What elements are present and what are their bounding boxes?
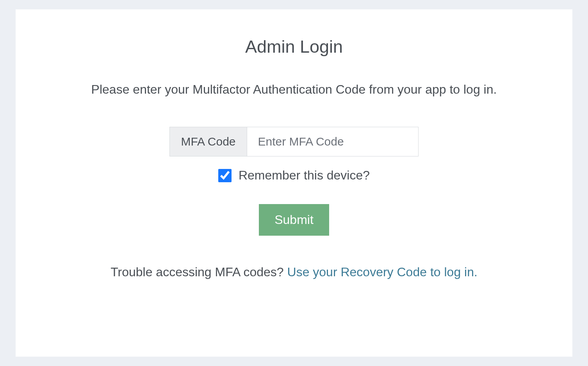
mfa-code-input[interactable] xyxy=(247,127,419,156)
mfa-input-group: MFA Code xyxy=(169,127,418,156)
trouble-text: Trouble accessing MFA codes? xyxy=(110,265,287,279)
remember-device-label[interactable]: Remember this device? xyxy=(239,168,370,183)
mfa-label: MFA Code xyxy=(169,127,246,156)
recovery-code-link[interactable]: Use your Recovery Code to log in. xyxy=(287,265,478,279)
trouble-row: Trouble accessing MFA codes? Use your Re… xyxy=(55,265,533,279)
login-card: Admin Login Please enter your Multifacto… xyxy=(16,9,572,357)
page-title: Admin Login xyxy=(55,37,533,57)
instruction-text: Please enter your Multifactor Authentica… xyxy=(55,80,533,99)
submit-button[interactable]: Submit xyxy=(259,204,329,236)
remember-device-row: Remember this device? xyxy=(55,168,533,183)
remember-device-checkbox[interactable] xyxy=(218,169,232,182)
